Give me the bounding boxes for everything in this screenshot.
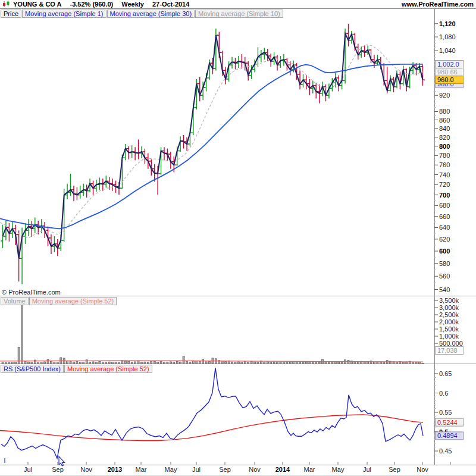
chart-canvas: 1,1201,0801,0409208808608408208007807607… xyxy=(0,0,476,476)
svg-text:780: 780 xyxy=(439,152,450,159)
svg-text:580: 580 xyxy=(439,260,450,267)
svg-text:Mar: Mar xyxy=(136,466,147,473)
svg-text:Jul: Jul xyxy=(192,466,201,473)
svg-text:840: 840 xyxy=(439,125,450,132)
svg-text:700: 700 xyxy=(439,192,450,199)
svg-text:800: 800 xyxy=(439,143,450,150)
instrument-name: YOUNG & CO A xyxy=(13,1,62,8)
volume-axis[interactable]: 3,500k3,000k2,500k2,000k1,500k1,000k500,… xyxy=(434,297,464,355)
svg-text:3,500k: 3,500k xyxy=(439,297,459,304)
svg-text:2013: 2013 xyxy=(108,466,122,473)
ma-simple-30-label[interactable]: Moving average (Simple 30) xyxy=(107,10,195,18)
svg-text:Mar: Mar xyxy=(304,466,315,473)
svg-text:620: 620 xyxy=(439,236,450,243)
svg-text:Sep: Sep xyxy=(52,466,64,473)
svg-text:Jul: Jul xyxy=(24,466,32,473)
instrument-change: -3.52% (960.0) xyxy=(70,1,114,8)
svg-text:0.65: 0.65 xyxy=(439,370,452,377)
svg-text:Nov: Nov xyxy=(249,466,261,473)
svg-text:680: 680 xyxy=(439,202,450,209)
svg-text:May: May xyxy=(165,466,177,473)
rs-indicator-row: RS (S&P500 Index)Moving average (Simple … xyxy=(1,365,153,375)
svg-text:720: 720 xyxy=(439,181,450,188)
chart-period: Weekly xyxy=(121,1,144,8)
chart-date: 27-Oct-2014 xyxy=(152,1,189,8)
svg-text:0.6: 0.6 xyxy=(439,390,448,397)
instrument-summary: YOUNG & CO A-3.52% (960.0)Weekly27-Oct-2… xyxy=(13,1,198,8)
volume-indicator-row: VolumeMoving average (Simple 52) xyxy=(1,297,117,308)
mouse-cursor xyxy=(5,456,65,466)
svg-text:1,500k: 1,500k xyxy=(439,325,459,333)
x-axis[interactable]: JulSepNov2013MarMayJulSepNov2014MarMayJu… xyxy=(24,462,450,473)
svg-text:Sep: Sep xyxy=(389,466,400,473)
copyright-text: © ProRealTime.com xyxy=(2,289,61,296)
svg-text:500,000: 500,000 xyxy=(439,340,463,347)
svg-text:820: 820 xyxy=(439,134,450,141)
svg-text:880: 880 xyxy=(439,108,450,115)
svg-text:2014: 2014 xyxy=(275,466,290,473)
price-axis[interactable]: 1,1201,0801,0409208808608408208007807607… xyxy=(434,20,464,293)
svg-text:0.55: 0.55 xyxy=(439,409,452,416)
svg-text:740: 740 xyxy=(439,171,450,178)
svg-text:May: May xyxy=(332,466,345,473)
svg-text:540: 540 xyxy=(439,286,450,293)
prorealtime-window: 1,1201,0801,0409208808608408208007807607… xyxy=(0,0,476,476)
rs-ma-label[interactable]: Moving average (Simple 52) xyxy=(64,365,152,373)
svg-text:960.0: 960.0 xyxy=(437,76,454,83)
rs-panel[interactable] xyxy=(0,368,423,458)
svg-text:640: 640 xyxy=(439,224,450,231)
svg-text:760: 760 xyxy=(439,161,450,168)
svg-text:17,038: 17,038 xyxy=(437,347,458,354)
svg-text:Nov: Nov xyxy=(416,466,428,473)
volume-panel[interactable] xyxy=(0,302,424,364)
ma-simple-10-label[interactable]: Moving average (Simple 10) xyxy=(195,10,283,18)
website-link: www.ProRealTime.com xyxy=(402,1,474,8)
svg-text:Jul: Jul xyxy=(363,466,371,473)
svg-text:920: 920 xyxy=(439,92,450,99)
svg-text:600: 600 xyxy=(439,248,450,255)
ma-simple-1-label[interactable]: Moving average (Simple 1) xyxy=(22,10,106,18)
svg-text:Sep: Sep xyxy=(219,466,231,473)
svg-text:1,080: 1,080 xyxy=(439,33,456,40)
svg-text:1,120: 1,120 xyxy=(439,20,456,27)
candlestick-logo-icon xyxy=(2,0,11,8)
svg-text:560: 560 xyxy=(439,273,450,280)
title-bar: YOUNG & CO A-3.52% (960.0)Weekly27-Oct-2… xyxy=(0,0,476,8)
price-indicator-row: PriceMoving average (Simple 1)Moving ave… xyxy=(1,10,284,20)
svg-text:Nov: Nov xyxy=(80,466,92,473)
price-panel[interactable] xyxy=(0,24,425,284)
price-label[interactable]: Price xyxy=(1,10,21,18)
svg-text:2,500k: 2,500k xyxy=(439,311,459,318)
svg-text:0.4894: 0.4894 xyxy=(437,432,458,439)
svg-text:0.45: 0.45 xyxy=(439,447,452,455)
rs-axis[interactable]: 0.650.60.550.50.450.52440.4894 xyxy=(434,370,464,455)
svg-text:980.66: 980.66 xyxy=(437,68,458,76)
svg-text:1,000k: 1,000k xyxy=(439,333,459,340)
svg-text:1,040: 1,040 xyxy=(439,47,456,54)
svg-text:3,000k: 3,000k xyxy=(439,304,459,311)
svg-text:860: 860 xyxy=(439,117,450,124)
svg-text:0.5244: 0.5244 xyxy=(437,419,458,426)
volume-ma-label[interactable]: Moving average (Simple 52) xyxy=(29,297,117,305)
rs-label[interactable]: RS (S&P500 Index) xyxy=(1,365,64,373)
svg-text:1,002.0: 1,002.0 xyxy=(437,61,459,68)
svg-text:2,000k: 2,000k xyxy=(439,318,459,325)
volume-label[interactable]: Volume xyxy=(1,297,29,305)
svg-text:660: 660 xyxy=(439,213,450,220)
